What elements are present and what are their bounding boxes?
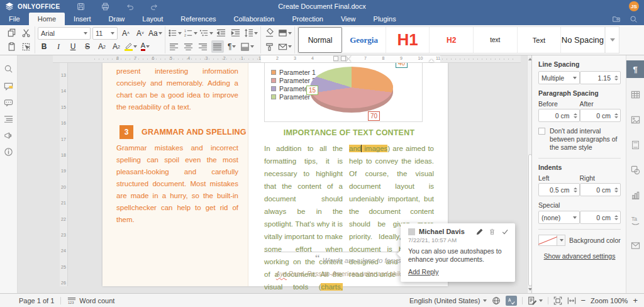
increase-indent-button[interactable] bbox=[230, 27, 242, 40]
mail-merge-button[interactable] bbox=[278, 40, 292, 53]
comment-popup[interactable]: Michael Davis 7/22/21, 10:57 AM You can … bbox=[401, 223, 515, 282]
right-indent-marker[interactable] bbox=[429, 59, 434, 62]
first-line-indent-marker[interactable] bbox=[346, 55, 351, 59]
hanging-indent-marker[interactable] bbox=[346, 59, 351, 62]
strikeout-button[interactable]: S bbox=[81, 40, 94, 53]
add-reply-link[interactable]: Add Reply bbox=[408, 268, 438, 276]
open-file-location-button[interactable] bbox=[612, 15, 621, 23]
search-button[interactable] bbox=[630, 15, 638, 23]
tab-protection[interactable]: Protection bbox=[283, 13, 332, 25]
tab-plugins[interactable]: Plugins bbox=[365, 13, 405, 25]
special-by-spinner[interactable]: 0 cm bbox=[580, 211, 621, 224]
comments-icon[interactable] bbox=[4, 82, 14, 92]
paste-button[interactable] bbox=[5, 40, 18, 53]
spinner-arrows[interactable] bbox=[572, 109, 579, 121]
feedback-icon[interactable] bbox=[4, 131, 14, 141]
edit-comment-icon[interactable] bbox=[476, 228, 483, 235]
zoom-out-button[interactable]: − bbox=[581, 296, 586, 305]
underline-button[interactable]: U bbox=[67, 40, 79, 53]
spinner-arrows[interactable] bbox=[613, 72, 620, 84]
section-heading-grammar[interactable]: GRAMMAR AND SPELLING bbox=[142, 128, 247, 137]
document-page[interactable]: present interesting information concisel… bbox=[103, 63, 448, 286]
bold-button[interactable]: B bbox=[38, 40, 50, 53]
align-left-button[interactable] bbox=[168, 40, 180, 53]
highlight-color-button[interactable] bbox=[125, 40, 137, 53]
tab-file[interactable]: File bbox=[0, 13, 29, 25]
about-icon[interactable] bbox=[4, 147, 14, 157]
user-avatar[interactable]: JS bbox=[629, 1, 639, 11]
numbering-button[interactable]: 12 bbox=[184, 27, 197, 40]
paragraph-settings-tab[interactable]: ¶ bbox=[626, 60, 644, 78]
tab-view[interactable]: View bbox=[332, 13, 365, 25]
ruler-margin-marker[interactable] bbox=[333, 56, 338, 61]
font-color-button[interactable]: A bbox=[139, 40, 152, 53]
bullets-button[interactable] bbox=[168, 27, 182, 40]
textart-settings-tab[interactable]: Ta bbox=[626, 211, 644, 229]
quote-text[interactable]: Words are a lens to focus on bbox=[323, 257, 411, 264]
increment-font-button[interactable]: A˄ bbox=[119, 27, 132, 40]
spinner-arrows[interactable] bbox=[613, 211, 620, 223]
show-advanced-settings-link[interactable]: Show advanced settings bbox=[538, 252, 621, 260]
paragraph-orange-1[interactable]: present interesting information concisel… bbox=[116, 65, 238, 113]
headers-footers-settings-tab[interactable] bbox=[626, 136, 644, 154]
pie-chart-object[interactable]: Parameter 1 Parameter 2 Parameter 3 Para… bbox=[264, 63, 423, 122]
background-color-picker[interactable] bbox=[538, 235, 565, 246]
zoom-level[interactable]: Zoom 100% bbox=[591, 297, 628, 304]
spinner-arrows[interactable] bbox=[572, 184, 579, 196]
nonprinting-characters-button[interactable]: ¶ bbox=[226, 40, 238, 53]
style-no-spacing[interactable]: No Spacing bbox=[561, 27, 605, 53]
style-h2[interactable]: H2 bbox=[430, 27, 474, 53]
multilevel-list-button[interactable] bbox=[199, 27, 213, 40]
align-center-button[interactable] bbox=[182, 40, 195, 53]
styles-gallery-expand-button[interactable] bbox=[605, 27, 619, 53]
cut-button[interactable] bbox=[19, 27, 32, 40]
vertical-scrollbar[interactable] bbox=[527, 55, 531, 293]
decrement-font-button[interactable]: A˅ bbox=[134, 27, 147, 40]
word-count-button[interactable]: 123 Word count bbox=[67, 296, 114, 305]
font-size-select[interactable]: 11 bbox=[92, 27, 118, 40]
style-normal[interactable]: Normal bbox=[298, 27, 343, 53]
delete-comment-icon[interactable] bbox=[489, 228, 496, 235]
mail-merge-settings-tab[interactable] bbox=[626, 237, 644, 254]
track-changes-button[interactable] bbox=[528, 296, 543, 305]
fit-width-button[interactable] bbox=[567, 296, 576, 305]
line-spacing-value-spinner[interactable]: 1.15 bbox=[580, 71, 621, 84]
ruler-margin-marker[interactable] bbox=[341, 56, 346, 61]
clear-style-button[interactable] bbox=[264, 27, 276, 40]
change-case-button[interactable]: Aa bbox=[148, 27, 162, 40]
align-right-button[interactable] bbox=[197, 40, 209, 53]
font-name-select[interactable]: Arial bbox=[38, 27, 91, 40]
paragraph-orange-2[interactable]: Grammar mistakes and incorrect spelling … bbox=[116, 142, 238, 226]
section-heading-importance[interactable]: IMPORTANCE OF TEXT CONTENT bbox=[264, 128, 434, 137]
spinner-arrows[interactable] bbox=[613, 109, 620, 121]
italic-button[interactable]: I bbox=[52, 40, 65, 53]
spacing-after-spinner[interactable]: 0 cm bbox=[580, 109, 621, 122]
justify-button[interactable] bbox=[211, 40, 224, 53]
color-scheme-button[interactable] bbox=[278, 27, 292, 40]
chevron-down-icon[interactable] bbox=[557, 235, 565, 246]
chat-icon[interactable] bbox=[4, 98, 14, 108]
tab-home[interactable]: Home bbox=[29, 13, 65, 25]
chart-settings-tab[interactable] bbox=[626, 186, 644, 204]
indent-left-spinner[interactable]: 0.5 cm bbox=[538, 183, 580, 196]
interval-checkbox[interactable] bbox=[538, 128, 545, 135]
shape-settings-tab[interactable] bbox=[626, 161, 644, 179]
style-h1[interactable]: H1 bbox=[386, 27, 430, 53]
decrease-indent-button[interactable] bbox=[215, 27, 228, 40]
table-settings-tab[interactable] bbox=[626, 86, 644, 103]
zoom-in-button[interactable]: + bbox=[633, 296, 638, 305]
tab-layout[interactable]: Layout bbox=[133, 13, 172, 25]
page-indicator[interactable]: Page 1 of 1 bbox=[19, 297, 54, 304]
tab-collaboration[interactable]: Collaboration bbox=[225, 13, 284, 25]
tab-insert[interactable]: Insert bbox=[65, 13, 100, 25]
search-icon[interactable] bbox=[4, 64, 14, 74]
copy-button[interactable] bbox=[5, 27, 18, 40]
tab-references[interactable]: References bbox=[172, 13, 225, 25]
line-spacing-select[interactable]: Multiple bbox=[538, 71, 580, 84]
style-georgia[interactable]: Georgia bbox=[342, 27, 386, 53]
style-text[interactable]: Text bbox=[518, 27, 562, 53]
special-select[interactable]: (none) bbox=[538, 211, 580, 224]
fit-page-button[interactable] bbox=[553, 296, 562, 305]
set-language-globe-button[interactable] bbox=[492, 296, 501, 305]
style-text-small[interactable]: text bbox=[474, 27, 518, 53]
